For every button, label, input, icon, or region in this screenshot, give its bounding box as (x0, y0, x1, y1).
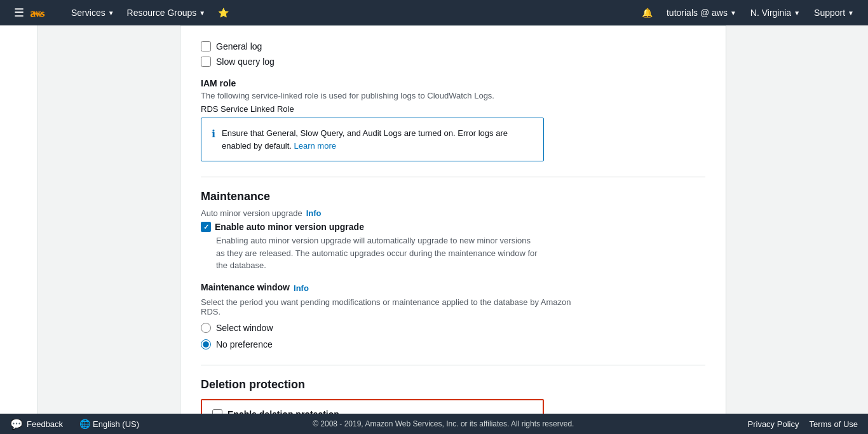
iam-role-section: IAM role The following service-linked ro… (201, 78, 705, 161)
maintenance-window-radio-group: Select window No preference (201, 323, 705, 349)
favorites-nav[interactable]: ⭐ (212, 0, 235, 25)
support-nav[interactable]: Support ▼ (808, 0, 860, 25)
resource-groups-caret: ▼ (199, 10, 205, 17)
slow-query-log-checkbox[interactable] (201, 57, 211, 67)
slow-query-log-label[interactable]: Slow query log (216, 57, 275, 67)
chat-bubble-icon: 💬 (10, 418, 23, 430)
select-window-radio-item[interactable]: Select window (201, 323, 705, 333)
auto-minor-label: Auto minor version upgrade (201, 208, 302, 218)
aws-logo: aws (31, 5, 55, 20)
iam-role-title: IAM role (201, 78, 705, 88)
footer-left: 💬 Feedback 🌐 English (US) (10, 418, 139, 430)
footer-copyright: © 2008 - 2019, Amazon Web Services, Inc.… (139, 419, 747, 428)
language-selector[interactable]: 🌐 English (US) (79, 419, 139, 429)
iam-role-desc: The following service-linked role is use… (201, 91, 705, 100)
maintenance-title: Maintenance (201, 190, 705, 203)
no-preference-radio[interactable] (201, 339, 211, 349)
main-content: General log Slow query log IAM role The … (38, 25, 868, 434)
services-caret: ▼ (108, 10, 114, 17)
general-log-group: General log (201, 41, 705, 51)
general-log-label[interactable]: General log (216, 41, 262, 51)
privacy-policy-link[interactable]: Privacy Policy (748, 419, 799, 429)
terms-of-use-link[interactable]: Terms of Use (809, 419, 858, 429)
user-nav[interactable]: tutorials @ aws ▼ (660, 0, 743, 25)
region-caret: ▼ (794, 10, 800, 17)
rds-role-label: RDS Service Linked Role (201, 104, 705, 114)
learn-more-link[interactable]: Learn more (294, 141, 336, 151)
enable-auto-minor-checkbox[interactable] (201, 222, 211, 232)
select-window-label: Select window (216, 323, 273, 333)
maint-window-desc: Select the period you want pending modif… (201, 297, 576, 316)
no-preference-label: No preference (216, 339, 273, 349)
notifications-nav[interactable]: 🔔 (635, 0, 659, 25)
enable-auto-minor-label: Enable auto minor version upgrade (215, 222, 364, 232)
region-nav[interactable]: N. Virginia ▼ (744, 0, 806, 25)
svg-text:aws: aws (31, 10, 41, 16)
sidebar (0, 25, 38, 414)
general-log-checkbox[interactable] (201, 41, 211, 51)
slow-query-log-group: Slow query log (201, 57, 705, 67)
user-caret: ▼ (730, 10, 736, 17)
info-circle-icon: ℹ (212, 128, 215, 140)
maintenance-window-section: Maintenance window Info Select the perio… (201, 282, 705, 349)
select-window-radio[interactable] (201, 323, 211, 333)
footer-right: Privacy Policy Terms of Use (748, 419, 858, 429)
divider-1 (201, 177, 705, 177)
maintenance-section: Maintenance Auto minor version upgrade I… (201, 190, 705, 349)
resource-groups-nav[interactable]: Resource Groups ▼ (121, 0, 212, 25)
star-icon: ⭐ (218, 8, 229, 18)
services-nav[interactable]: Services ▼ (65, 0, 121, 25)
globe-icon: 🌐 (79, 419, 90, 429)
content-card: General log Slow query log IAM role The … (180, 25, 726, 434)
top-navigation: ☰ aws Services ▼ Resource Groups ▼ ⭐ 🔔 t… (0, 0, 868, 25)
no-preference-radio-item[interactable]: No preference (201, 339, 705, 349)
maint-window-info-link[interactable]: Info (294, 283, 309, 293)
support-caret: ▼ (848, 10, 854, 17)
feedback-button[interactable]: 💬 Feedback (10, 418, 63, 430)
hamburger-menu[interactable]: ☰ (8, 0, 31, 25)
divider-2 (201, 365, 705, 365)
footer: 💬 Feedback 🌐 English (US) © 2008 - 2019,… (0, 414, 868, 434)
bell-icon: 🔔 (642, 8, 653, 18)
iam-info-text: Ensure that General, Slow Query, and Aud… (222, 127, 533, 152)
enable-auto-minor-desc: Enabling auto minor version upgrade will… (216, 234, 540, 272)
auto-minor-row: Auto minor version upgrade Info (201, 208, 705, 218)
enable-auto-minor-row: Enable auto minor version upgrade (201, 222, 705, 232)
deletion-protection-title: Deletion protection (201, 378, 705, 391)
iam-info-box: ℹ Ensure that General, Slow Query, and A… (201, 118, 544, 161)
auto-minor-info-link[interactable]: Info (306, 208, 322, 218)
maint-window-title: Maintenance window (201, 282, 290, 292)
